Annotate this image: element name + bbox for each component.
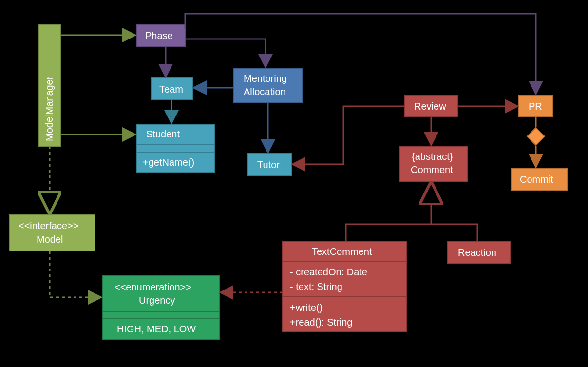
node-textcomment: TextComment - createdOn: Date - text: St… (283, 241, 407, 332)
commit-label: Commit (520, 174, 553, 185)
textcomment-m1: +write() (290, 302, 322, 313)
mentoring-line2: Allocation (244, 86, 286, 97)
pr-label: PR (529, 101, 542, 112)
edge-model-urgency (50, 251, 100, 297)
textcomment-m2: +read(): String (290, 317, 352, 328)
mentoring-line1: Mentoring (244, 73, 287, 84)
reaction-label: Reaction (458, 247, 496, 258)
edge-textcomment-gen (346, 224, 431, 241)
student-method: +getName() (143, 157, 194, 168)
node-student: Student +getName() (136, 124, 214, 173)
review-label: Review (414, 101, 446, 112)
student-title: Student (146, 129, 180, 139)
textcomment-attr2: - text: String (290, 281, 342, 292)
svg-rect-4 (102, 312, 219, 319)
edge-phase-mentoring (185, 39, 266, 66)
aggregation-diamond-icon (527, 128, 545, 145)
svg-rect-3 (102, 275, 219, 312)
model-name: Model (37, 234, 63, 245)
uml-diagram: ModelManager Phase Team Mentoring Alloca… (0, 0, 588, 367)
edge-reaction-gen (431, 224, 477, 241)
comment-line2: Comment (411, 164, 453, 175)
modelmanager-label: ModelManager (44, 76, 55, 141)
textcomment-title: TextComment (312, 246, 372, 257)
edge-review-tutor (293, 106, 404, 164)
urgency-name: Urgency (139, 295, 175, 306)
urgency-values: HIGH, MED, LOW (117, 324, 196, 334)
comment-line1: {abstract} (412, 151, 453, 162)
urgency-stereo: <<enumeration>> (114, 282, 191, 292)
node-urgency: <<enumeration>> Urgency HIGH, MED, LOW (102, 275, 219, 339)
model-stereo: <<interface>> (19, 220, 78, 231)
team-label: Team (159, 84, 183, 95)
tutor-label: Tutor (257, 159, 280, 170)
phase-label: Phase (145, 30, 173, 41)
textcomment-attr1: - createdOn: Date (290, 267, 367, 277)
svg-rect-1 (136, 145, 214, 152)
